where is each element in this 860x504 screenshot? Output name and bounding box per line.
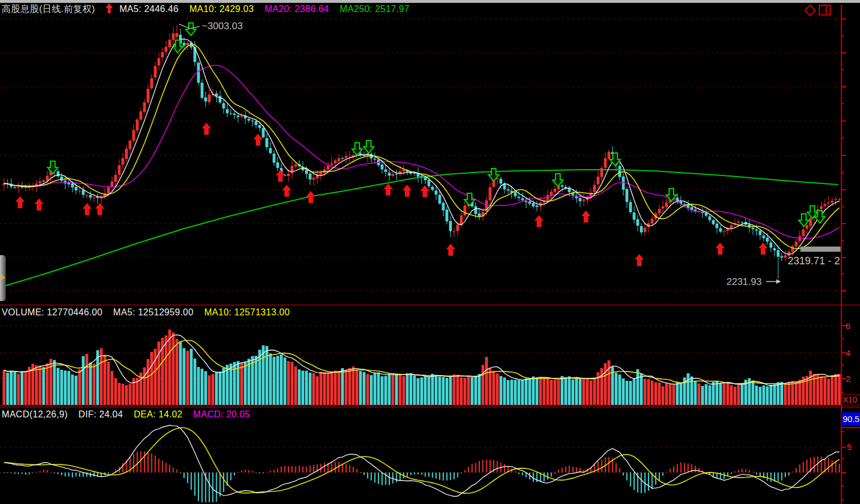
buy-arrow xyxy=(402,185,412,197)
buy-arrow xyxy=(15,196,25,208)
buy-arrow xyxy=(446,244,455,256)
ma250-readout: MA250: 2517.97 xyxy=(340,4,410,14)
volume-scale-label-2: 2 xyxy=(846,374,850,384)
stock-chart-window: ~3003.032231.932319.71 - 2 高股息股(日线.前复权) … xyxy=(0,0,860,504)
chart-canvas[interactable]: ~3003.032231.932319.71 - 2 xyxy=(0,0,860,504)
low-price-label: 2231.93 xyxy=(726,276,761,287)
up-arrow-icon xyxy=(105,3,113,13)
diamond-icon[interactable] xyxy=(804,4,816,17)
dea-readout: DEA: 14.02 xyxy=(134,409,182,419)
buy-arrow xyxy=(420,185,429,197)
buy-arrow xyxy=(202,123,211,135)
panel-collapse-tab[interactable] xyxy=(0,255,6,301)
volume-bars-layer xyxy=(3,330,841,405)
buy-arrow xyxy=(83,203,92,215)
buy-arrow xyxy=(276,170,285,182)
buy-arrow xyxy=(635,254,644,266)
buy-arrow xyxy=(34,198,44,210)
candles-layer xyxy=(3,25,841,279)
range-price-label: 2319.71 - 2 xyxy=(788,255,840,267)
volume-ma10-readout: MA10: 12571313.00 xyxy=(204,307,290,317)
split-window-icon[interactable] xyxy=(819,5,831,16)
volume-readout: VOLUME: 12770446.00 xyxy=(2,307,103,317)
signal-arrows-layer xyxy=(15,23,825,266)
ma10-readout: MA10: 2429.03 xyxy=(189,4,253,14)
peak-price-label: ~3003.03 xyxy=(202,21,243,32)
sell-arrow xyxy=(48,161,58,174)
buy-arrow xyxy=(581,210,591,222)
chart-title: 高股息股(日线.前复权) xyxy=(2,4,95,14)
dif-readout: DIF: 24.04 xyxy=(79,409,123,419)
macd-scale-badge: 90.5 xyxy=(841,412,860,426)
sell-arrow xyxy=(186,23,196,36)
macd-name: MACD(12,26,9) xyxy=(2,409,68,419)
right-scale-layer[interactable] xyxy=(841,5,860,504)
buy-arrow xyxy=(534,215,544,227)
sell-arrow xyxy=(363,140,374,153)
volume-scale-label-4: 4 xyxy=(846,348,850,358)
sell-arrow xyxy=(553,174,563,186)
ma5-readout: MA5: 2446.46 xyxy=(119,4,178,14)
ma20-readout: MA20: 2386.64 xyxy=(264,4,329,14)
macd-readout: MACD: 20.05 xyxy=(193,409,250,419)
volume-indicator-bar: VOLUME: 12770446.00 MA5: 12512959.00 MA1… xyxy=(2,307,298,318)
buy-arrow xyxy=(759,243,768,255)
volume-ma5-readout: MA5: 12512959.00 xyxy=(113,307,193,317)
buy-arrow xyxy=(253,134,263,146)
buy-arrow xyxy=(282,185,291,197)
macd-indicator-bar: MACD(12,26,9) DIF: 24.04 DEA: 14.02 MACD… xyxy=(2,409,258,420)
macd-scale-label-50: 5 xyxy=(847,442,851,452)
volume-scale-label-6: 6 xyxy=(846,321,850,331)
main-indicator-bar: 高股息股(日线.前复权) MA5: 2446.46 MA10: 2429.03 … xyxy=(2,3,417,15)
sell-arrow xyxy=(799,214,809,226)
buy-arrow xyxy=(716,243,725,255)
ma-lines-layer xyxy=(2,39,839,497)
volume-unit-label: X10 xyxy=(841,394,860,405)
buy-arrow xyxy=(95,203,104,215)
buy-arrow xyxy=(384,183,393,196)
expand-arrow-icon xyxy=(1,274,5,281)
sell-arrow xyxy=(666,189,677,201)
